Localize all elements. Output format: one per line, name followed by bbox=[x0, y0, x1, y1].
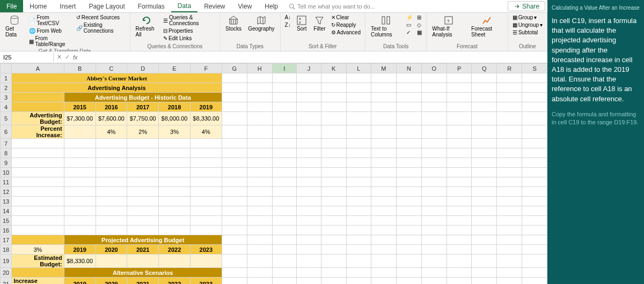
cell-A18[interactable]: 3% bbox=[12, 245, 64, 255]
select-all-corner[interactable] bbox=[1, 64, 12, 73]
cell-D19[interactable] bbox=[127, 255, 159, 268]
col-H[interactable]: H bbox=[247, 64, 272, 73]
row-5[interactable]: 5 bbox=[1, 112, 12, 125]
cell-C6[interactable]: 4% bbox=[96, 125, 127, 139]
row-4[interactable]: 4 bbox=[1, 102, 12, 112]
row-9[interactable]: 9 bbox=[1, 158, 12, 168]
tab-data[interactable]: Data bbox=[171, 0, 197, 12]
cell-B4[interactable]: 2015 bbox=[64, 102, 96, 112]
sort-asc[interactable]: A↓ bbox=[284, 14, 292, 21]
consolidate[interactable]: ⊞ bbox=[416, 14, 423, 21]
cell-E18[interactable]: 2022 bbox=[159, 245, 191, 255]
data-validation[interactable]: ✓ bbox=[405, 29, 414, 36]
row-12[interactable]: 12 bbox=[1, 187, 12, 197]
cell-A5[interactable]: Advertising Budget: bbox=[12, 112, 64, 125]
forecast-sheet[interactable]: Forecast Sheet bbox=[469, 14, 504, 39]
tab-view[interactable]: View bbox=[232, 0, 259, 12]
row-17[interactable]: 17 bbox=[1, 235, 12, 245]
cell-A6[interactable]: Percent Increase: bbox=[12, 125, 64, 139]
clear-filter[interactable]: ✕Clear bbox=[330, 14, 362, 21]
cell-hist-hdr[interactable]: Advertising Budget - Historic Data bbox=[64, 93, 222, 102]
cell-C18[interactable]: 2020 bbox=[96, 245, 127, 255]
row-19[interactable]: 19 bbox=[1, 255, 12, 268]
cell-B21[interactable]: 2019 bbox=[64, 278, 96, 285]
share-button[interactable]: Share bbox=[508, 1, 545, 11]
col-O[interactable]: O bbox=[421, 64, 447, 73]
col-E[interactable]: E bbox=[159, 64, 191, 73]
cell-subtitle[interactable]: Advertising Analysis bbox=[12, 83, 222, 93]
stocks-datatype[interactable]: Stocks bbox=[223, 14, 244, 33]
subtotal-button[interactable]: ☰Subtotal bbox=[511, 29, 544, 36]
row-11[interactable]: 11 bbox=[1, 177, 12, 187]
cell-alt-hdr[interactable]: Alternative Scenarios bbox=[64, 268, 222, 278]
text-to-columns[interactable]: Text to Columns bbox=[369, 14, 403, 39]
cancel-icon[interactable]: ✕ bbox=[57, 54, 62, 61]
col-L[interactable]: L bbox=[346, 64, 371, 73]
tab-review[interactable]: Review bbox=[197, 0, 231, 12]
enter-icon[interactable]: ✓ bbox=[65, 54, 70, 61]
cell-F5[interactable]: $8,330.00 bbox=[190, 112, 222, 125]
col-R[interactable]: R bbox=[497, 64, 522, 73]
cell-D18[interactable]: 2021 bbox=[127, 245, 159, 255]
from-table-range[interactable]: ▦From Table/Range bbox=[28, 35, 72, 48]
row-20[interactable]: 20 bbox=[1, 268, 12, 278]
advanced-filter[interactable]: ⚙Advanced bbox=[330, 29, 362, 36]
tab-pagelayout[interactable]: Page Layout bbox=[82, 0, 131, 12]
row-13[interactable]: 13 bbox=[1, 197, 12, 206]
row-15[interactable]: 15 bbox=[1, 216, 12, 226]
cell-F4[interactable]: 2019 bbox=[190, 102, 222, 112]
get-data-button[interactable]: Get Data bbox=[3, 14, 26, 39]
recent-sources[interactable]: ↺Recent Sources bbox=[75, 14, 127, 21]
tab-help[interactable]: Help bbox=[258, 0, 284, 12]
row-3[interactable]: 3 bbox=[1, 93, 12, 102]
cell-D4[interactable]: 2017 bbox=[127, 102, 159, 112]
cell-D21[interactable]: 2021 bbox=[127, 278, 159, 285]
cell-B5[interactable]: $7,300.00 bbox=[64, 112, 96, 125]
reapply-filter[interactable]: ↻Reapply bbox=[330, 21, 362, 28]
cell-E21[interactable]: 2022 bbox=[159, 278, 191, 285]
row-1[interactable]: 1 bbox=[1, 73, 12, 83]
col-S[interactable]: S bbox=[522, 64, 547, 73]
ungroup-button[interactable]: ▦Ungroup ▾ bbox=[511, 21, 544, 28]
cell-proj-hdr[interactable]: Projected Advertising Budget bbox=[64, 235, 222, 245]
col-P[interactable]: P bbox=[447, 64, 472, 73]
row-16[interactable]: 16 bbox=[1, 226, 12, 235]
col-F[interactable]: F bbox=[190, 64, 222, 73]
cell-E6[interactable]: 3% bbox=[159, 125, 191, 139]
sort-desc[interactable]: Z↓ bbox=[284, 21, 292, 28]
flash-fill[interactable]: ⚡ bbox=[405, 14, 414, 21]
sort-button[interactable]: AZ Sort bbox=[294, 14, 309, 33]
row-10[interactable]: 10 bbox=[1, 168, 12, 177]
cell-D5[interactable]: $7,750.00 bbox=[127, 112, 159, 125]
row-2[interactable]: 2 bbox=[1, 83, 12, 93]
tell-me-search[interactable]: Tell me what you want to do... bbox=[284, 0, 506, 12]
edit-links[interactable]: ✎Edit Links bbox=[162, 35, 216, 42]
col-M[interactable]: M bbox=[371, 64, 396, 73]
cell-B18[interactable]: 2019 bbox=[64, 245, 96, 255]
cell-E5[interactable]: $8,000.00 bbox=[159, 112, 191, 125]
cell-B6[interactable] bbox=[64, 125, 96, 139]
cell-C4[interactable]: 2016 bbox=[96, 102, 127, 112]
col-A[interactable]: A bbox=[12, 64, 64, 73]
cell-F19[interactable] bbox=[190, 255, 222, 268]
col-D[interactable]: D bbox=[127, 64, 159, 73]
tab-formulas[interactable]: Formulas bbox=[131, 0, 171, 12]
refresh-all-button[interactable]: Refresh All bbox=[134, 14, 160, 39]
formula-input[interactable] bbox=[81, 53, 547, 62]
filter-button[interactable]: Filter bbox=[311, 14, 327, 33]
row-14[interactable]: 14 bbox=[1, 206, 12, 216]
row-7[interactable]: 7 bbox=[1, 139, 12, 148]
cell-F6[interactable]: 4% bbox=[190, 125, 222, 139]
cell-A21[interactable]: Increase Percentage bbox=[12, 278, 64, 285]
cell-C19[interactable] bbox=[96, 255, 127, 268]
row-21[interactable]: 21 bbox=[1, 278, 12, 285]
tab-insert[interactable]: Insert bbox=[53, 0, 82, 12]
cell-E19[interactable] bbox=[159, 255, 191, 268]
from-web[interactable]: 🌐From Web bbox=[28, 27, 72, 34]
row-18[interactable]: 18 bbox=[1, 245, 12, 255]
cell-F21[interactable]: 2023 bbox=[190, 278, 222, 285]
geography-datatype[interactable]: Geography bbox=[246, 14, 276, 33]
col-J[interactable]: J bbox=[296, 64, 321, 73]
cell-B19[interactable]: $8,330.00 bbox=[64, 255, 96, 268]
col-N[interactable]: N bbox=[397, 64, 422, 73]
